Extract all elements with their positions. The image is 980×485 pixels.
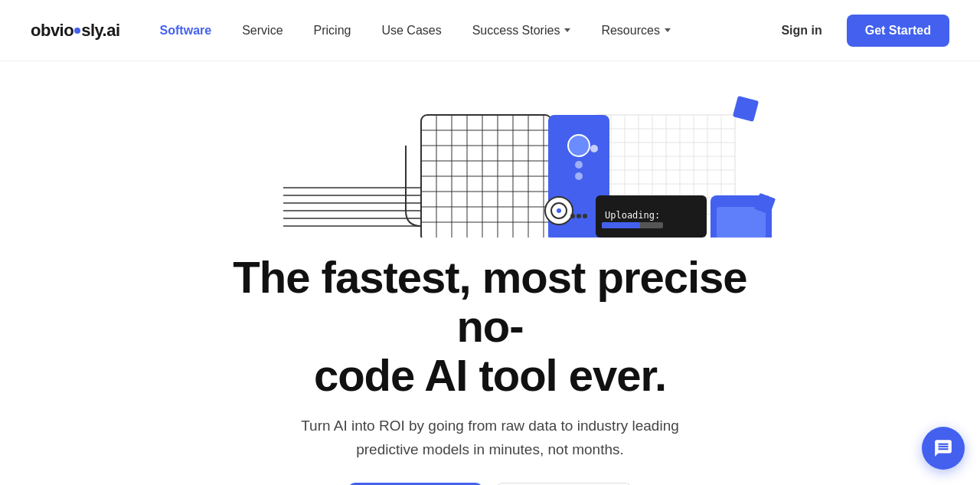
get-started-nav-button[interactable]: Get Started [847,15,949,47]
nav-actions: Sign in Get Started [766,15,949,47]
nav-use-cases[interactable]: Use Cases [369,18,453,44]
navbar: obviosly.ai Software Service Pricing Use… [0,0,980,61]
svg-point-40 [590,145,598,152]
svg-text:Uploading:: Uploading: [605,210,660,221]
nav-links: Software Service Pricing Use Cases Succe… [148,18,766,44]
hero-illustration: Uploading: [184,69,796,238]
svg-point-48 [583,214,587,218]
svg-rect-55 [733,96,759,122]
svg-point-45 [557,208,561,213]
nav-software[interactable]: Software [148,18,224,44]
chat-icon [933,438,953,458]
svg-rect-54 [717,207,766,238]
logo-text: obviosly.ai [31,21,120,41]
chevron-down-icon [564,28,570,32]
nav-success-stories[interactable]: Success Stories [460,18,583,44]
svg-point-47 [577,214,581,218]
hero-section: Uploading: The fastest, most precise no-… [0,61,980,485]
svg-point-46 [570,214,575,218]
hero-heading: The fastest, most precise no- code AI to… [214,253,766,399]
svg-point-42 [575,172,583,180]
logo[interactable]: obviosly.ai [31,21,120,41]
nav-resources[interactable]: Resources [589,18,682,44]
nav-service[interactable]: Service [230,18,295,44]
nav-pricing[interactable]: Pricing [302,18,364,44]
chevron-down-icon [665,28,671,32]
svg-point-41 [575,161,583,169]
sign-in-button[interactable]: Sign in [766,16,837,45]
chat-bubble-button[interactable] [922,427,965,470]
hero-subtext: Turn AI into ROI by going from raw data … [283,415,697,461]
svg-rect-52 [602,222,640,228]
logo-dot [74,28,80,34]
svg-point-39 [568,135,590,156]
